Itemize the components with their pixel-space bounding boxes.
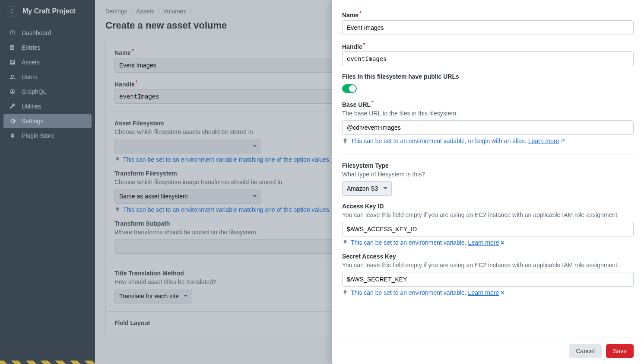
lightbulb-icon bbox=[342, 290, 348, 296]
panel-handle-input[interactable] bbox=[342, 51, 634, 66]
divider bbox=[342, 153, 634, 153]
access-key-input[interactable] bbox=[342, 222, 634, 236]
chevron-right-icon: › bbox=[190, 8, 192, 15]
sidebar-item-plugin-store[interactable]: Plugin Store bbox=[3, 129, 92, 143]
plug-icon bbox=[9, 132, 16, 140]
sidebar-item-label: Plugin Store bbox=[22, 132, 54, 139]
asset-filesystem-select[interactable] bbox=[114, 139, 261, 153]
newspaper-icon bbox=[9, 44, 16, 51]
lightbulb-icon bbox=[342, 138, 348, 144]
title-translation-select[interactable]: Translate for each site bbox=[114, 289, 192, 303]
panel-handle-label: Handle* bbox=[342, 42, 634, 50]
sidebar-item-label: Settings bbox=[22, 118, 44, 125]
lightbulb-icon bbox=[342, 239, 348, 246]
breadcrumb-assets[interactable]: Assets bbox=[136, 8, 154, 15]
lightbulb-icon bbox=[114, 156, 121, 163]
graphql-icon bbox=[9, 88, 16, 96]
access-key-label: Access Key ID bbox=[342, 203, 634, 210]
dev-mode-indicator bbox=[0, 361, 95, 364]
chevron-right-icon: › bbox=[131, 8, 133, 15]
chevron-right-icon: › bbox=[158, 8, 160, 15]
sidebar-item-graphql[interactable]: GraphQL bbox=[3, 85, 92, 99]
env-alias-tip: This can be set to an environment variab… bbox=[342, 137, 634, 144]
env-tip: This can be set to an environment variab… bbox=[342, 239, 634, 246]
sidebar-item-entries[interactable]: Entries bbox=[3, 41, 92, 54]
sidebar-item-users[interactable]: Users bbox=[3, 70, 92, 84]
gear-icon bbox=[9, 117, 16, 125]
sidebar-item-assets[interactable]: Assets bbox=[3, 55, 92, 69]
panel-name-input[interactable] bbox=[342, 20, 634, 35]
panel-name-label: Name* bbox=[342, 10, 634, 19]
external-link-icon bbox=[561, 139, 565, 143]
external-link-icon bbox=[500, 240, 504, 245]
lightbulb-icon bbox=[114, 207, 121, 213]
filesystem-slideout: Name* Handle* Files in this filesystem h… bbox=[332, 0, 644, 364]
external-link-icon bbox=[500, 291, 504, 295]
sidebar-item-label: Users bbox=[22, 73, 38, 80]
transform-filesystem-select[interactable]: Same as asset filesystem bbox=[114, 189, 261, 204]
sidebar-item-label: Dashboard bbox=[22, 29, 51, 36]
nav: Dashboard Entries Assets Users GraphQL U… bbox=[0, 22, 95, 146]
brand-logo: C bbox=[7, 6, 17, 16]
gauge-icon bbox=[9, 29, 16, 37]
wrench-icon bbox=[9, 102, 16, 110]
base-url-instructions: The base URL to the files in this filesy… bbox=[342, 110, 634, 117]
sidebar-item-label: Entries bbox=[22, 44, 41, 51]
sidebar-item-label: Assets bbox=[22, 59, 40, 66]
access-key-instructions: You can leave this field empty if you ar… bbox=[342, 211, 634, 218]
learn-more-link[interactable]: Learn more bbox=[528, 137, 559, 144]
brand[interactable]: C My Craft Project bbox=[0, 0, 95, 22]
filesystem-type-instructions: What type of filesystem is this? bbox=[342, 171, 634, 178]
sidebar-item-utilities[interactable]: Utilities bbox=[3, 99, 92, 113]
sidebar-item-label: Utilities bbox=[22, 103, 41, 110]
filesystem-type-select[interactable]: Amazon S3 bbox=[342, 181, 392, 196]
image-icon bbox=[9, 58, 16, 66]
sidebar-item-dashboard[interactable]: Dashboard bbox=[3, 26, 92, 40]
sidebar-item-label: GraphQL bbox=[22, 88, 47, 95]
sidebar: C My Craft Project Dashboard Entries Ass… bbox=[0, 0, 95, 364]
secret-key-input[interactable] bbox=[342, 272, 634, 287]
filesystem-type-label: Filesystem Type bbox=[342, 162, 634, 169]
env-tip: This can be set to an environment variab… bbox=[342, 289, 634, 296]
breadcrumb-settings[interactable]: Settings bbox=[105, 8, 127, 15]
sidebar-item-settings[interactable]: Settings bbox=[3, 114, 92, 128]
base-url-label: Base URL* bbox=[342, 100, 634, 108]
public-urls-label: Files in this filesystem have public URL… bbox=[342, 73, 634, 80]
save-button[interactable]: Save bbox=[606, 344, 634, 358]
public-urls-toggle[interactable] bbox=[342, 84, 357, 93]
learn-more-link[interactable]: Learn more bbox=[468, 289, 499, 296]
users-icon bbox=[9, 73, 16, 81]
slideout-footer: Cancel Save bbox=[332, 338, 644, 364]
cancel-button[interactable]: Cancel bbox=[569, 344, 602, 358]
brand-name: My Craft Project bbox=[22, 7, 76, 15]
learn-more-link[interactable]: Learn more bbox=[468, 239, 499, 246]
breadcrumb-volumes[interactable]: Volumes bbox=[163, 8, 187, 15]
base-url-input[interactable] bbox=[342, 120, 634, 135]
secret-key-instructions: You can leave this field empty if you ar… bbox=[342, 262, 634, 268]
secret-key-label: Secret Access Key bbox=[342, 253, 634, 260]
